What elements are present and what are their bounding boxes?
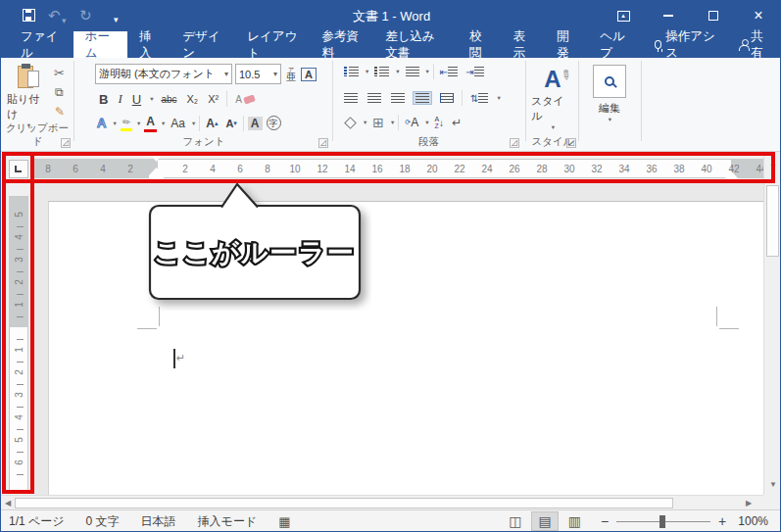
underline-dropdown-icon[interactable]: ▾ xyxy=(150,95,153,103)
tab-11[interactable]: 操作アシス xyxy=(643,31,727,58)
horizontal-scrollbar[interactable]: ◀ ▶ xyxy=(1,495,763,509)
tab-1[interactable]: ホーム xyxy=(73,31,127,58)
font-size-combo[interactable]: 10.5▾ xyxy=(235,64,281,84)
tab-2[interactable]: 挿入 xyxy=(127,31,171,58)
v-ruler-number: 1 xyxy=(10,340,29,360)
styles-dialog-launcher[interactable]: ◿ xyxy=(566,138,576,148)
editing-button[interactable]: 編集 ▾ xyxy=(588,65,631,123)
copy-icon[interactable]: ⧉ xyxy=(55,85,64,99)
align-left-button[interactable] xyxy=(342,92,360,104)
ruby-button[interactable]: ア 亜 xyxy=(284,66,298,83)
enclose-line-button[interactable]: A xyxy=(301,68,317,81)
scroll-left-icon[interactable]: ◀ xyxy=(5,500,11,508)
vertical-scrollbar[interactable]: ▲ ▼ xyxy=(763,154,781,495)
show-marks-button[interactable]: ↵ xyxy=(450,115,464,130)
font-name-combo[interactable]: 游明朝 (本文のフォント▾ xyxy=(95,64,232,84)
multilevel-list-button[interactable] xyxy=(404,66,421,77)
scroll-up-icon[interactable]: ▲ xyxy=(769,160,777,168)
horizontal-ruler[interactable]: 8642246810121416182022242628303234363840… xyxy=(33,159,775,178)
minimize-icon xyxy=(663,15,673,17)
insert-mode-indicator[interactable]: 挿入モード xyxy=(198,513,258,530)
borders-button[interactable]: ⊞ xyxy=(370,114,386,131)
justify-button[interactable] xyxy=(413,91,432,105)
title-bar: ↶ ▾ ↻ ▾ 文書 1 - Word ▴ × xyxy=(1,0,781,31)
ribbon-display-options-button[interactable]: ▴ xyxy=(601,0,646,31)
crop-mark-right-vertical xyxy=(716,307,717,326)
print-layout-icon[interactable]: ▤ xyxy=(531,511,558,531)
asian-layout-button[interactable]: ⟳A xyxy=(403,115,420,130)
font-dialog-launcher[interactable]: ◿ xyxy=(318,138,328,148)
scroll-down-icon[interactable]: ▼ xyxy=(769,481,777,489)
tab-3[interactable]: デザイン xyxy=(171,31,235,58)
tab-6[interactable]: 差し込み文書 xyxy=(373,31,458,58)
tab-12[interactable]: 共有 xyxy=(727,31,781,58)
h-ruler-number: 22 xyxy=(450,160,469,179)
shrink-font-button[interactable]: A▾ xyxy=(223,117,238,130)
magnifier-icon xyxy=(605,76,614,86)
increase-indent-button[interactable]: ⇥ xyxy=(464,66,485,78)
tab-8[interactable]: 表示 xyxy=(501,31,544,58)
font-group: 游明朝 (本文のフォント▾ 10.5▾ ア 亜 A B I U▾ abc X₂ … xyxy=(75,58,332,151)
styles-button[interactable]: A ✎ スタイル ▾ xyxy=(531,66,574,131)
tab-selector-button[interactable] xyxy=(9,160,28,178)
cut-icon[interactable]: ✂ xyxy=(54,66,65,80)
h-ruler-number: 8 xyxy=(38,160,58,179)
numbering-button[interactable] xyxy=(372,66,391,77)
zoom-in-button[interactable]: + xyxy=(718,513,726,529)
paragraph-dialog-launcher[interactable]: ◿ xyxy=(510,138,519,148)
distribute-button[interactable] xyxy=(438,92,456,104)
zoom-level[interactable]: 100% xyxy=(738,514,768,528)
enclose-character-button[interactable]: 字 xyxy=(267,116,281,130)
tab-7[interactable]: 校閲 xyxy=(458,31,501,58)
vertical-ruler[interactable]: 54321123456 xyxy=(9,196,28,493)
zoom-slider[interactable] xyxy=(616,521,710,522)
read-mode-icon[interactable]: ◫ xyxy=(503,512,527,530)
highlight-button[interactable]: ✎ xyxy=(121,116,132,131)
tab-4[interactable]: レイアウト xyxy=(235,31,310,58)
tab-label: レイアウト xyxy=(247,28,298,62)
font-color-button[interactable]: A xyxy=(144,114,157,132)
bullets-button[interactable] xyxy=(342,66,361,77)
vertical-scroll-thumb[interactable] xyxy=(766,185,779,257)
paragraph-group: ▾ ▾ ▾ ⇤ ⇥ ⇅▾ ▾ ⊞▾ ⟳A▾ xyxy=(334,58,523,151)
bold-button[interactable]: B xyxy=(97,91,110,108)
underline-button[interactable]: U xyxy=(130,91,143,108)
zoom-out-button[interactable]: − xyxy=(601,513,609,529)
align-right-button[interactable] xyxy=(389,92,407,104)
horizontal-scroll-thumb[interactable] xyxy=(15,498,673,508)
close-button[interactable]: × xyxy=(736,0,781,31)
language-indicator[interactable]: 日本語 xyxy=(141,513,176,530)
tab-9[interactable]: 開発 xyxy=(545,31,588,58)
tab-file[interactable]: ファイル xyxy=(9,31,73,58)
text-effects-button[interactable]: A xyxy=(95,115,108,131)
word-count[interactable]: 0 文字 xyxy=(86,513,120,530)
decrease-indent-button[interactable]: ⇤ xyxy=(438,66,460,78)
format-painter-icon[interactable]: ✎ xyxy=(55,105,65,119)
web-layout-icon[interactable]: ▥ xyxy=(562,512,587,530)
h-ruler-number: 16 xyxy=(367,160,387,179)
align-center-button[interactable] xyxy=(366,92,383,104)
grow-font-button[interactable]: A▴ xyxy=(204,116,220,131)
clipboard-dialog-launcher[interactable]: ◿ xyxy=(61,138,71,148)
sort-button[interactable]: AZ ↓ xyxy=(432,115,446,130)
subscript-button[interactable]: X₂ xyxy=(185,92,201,106)
character-shading-button[interactable]: A xyxy=(248,117,263,130)
maximize-button[interactable] xyxy=(691,0,736,31)
tab-10[interactable]: ヘルプ xyxy=(588,31,642,58)
scroll-right-icon[interactable]: ▶ xyxy=(746,500,752,508)
zoom-slider-thumb[interactable] xyxy=(659,515,665,528)
page-count[interactable]: 1/1 ページ xyxy=(9,513,65,530)
paste-button[interactable]: 貼り付け ▾ xyxy=(7,64,50,129)
strikethrough-button[interactable]: abc xyxy=(159,93,178,106)
change-case-button[interactable]: Aa xyxy=(169,116,187,131)
minimize-button[interactable] xyxy=(646,0,691,31)
shading-button[interactable] xyxy=(342,118,359,128)
v-ruler-tick xyxy=(17,474,24,475)
h-ruler-number: 34 xyxy=(614,160,634,179)
macro-record-icon[interactable]: ▦ xyxy=(278,514,290,529)
clear-formatting-button[interactable]: A xyxy=(233,93,257,106)
italic-button[interactable]: I xyxy=(116,90,123,108)
tab-5[interactable]: 参考資料 xyxy=(310,31,373,58)
superscript-button[interactable]: X² xyxy=(206,92,220,106)
line-spacing-button[interactable]: ⇅ xyxy=(468,92,490,105)
